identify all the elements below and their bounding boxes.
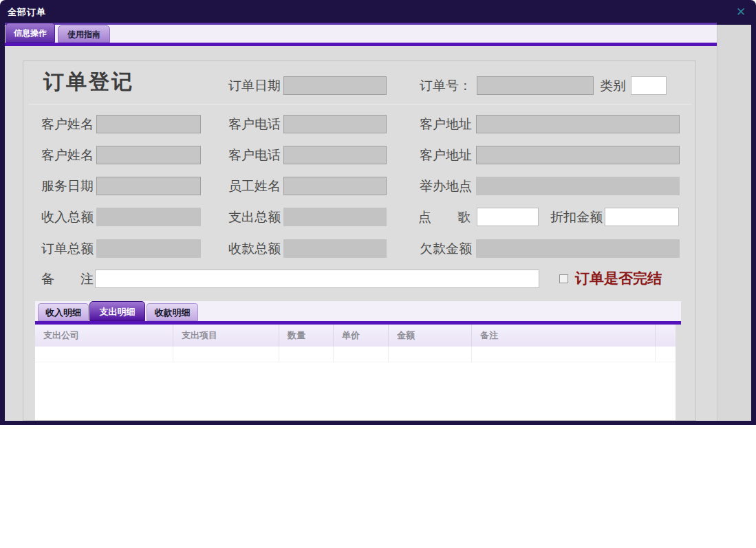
column-header-amount[interactable]: 金额 bbox=[389, 325, 472, 347]
staff-name-input bbox=[283, 177, 387, 195]
column-header-expense-company[interactable]: 支出公司 bbox=[35, 325, 173, 347]
customer-phone2-label: 客户电话 bbox=[228, 146, 281, 164]
debt-label: 欠款金额 bbox=[420, 239, 472, 258]
tab-payment-detail[interactable]: 收款明细 bbox=[147, 303, 198, 321]
column-header-expense-item[interactable]: 支出项目 bbox=[173, 325, 279, 347]
venue-input bbox=[476, 177, 680, 195]
income-total-label: 收入总额 bbox=[41, 208, 94, 226]
received-total-input bbox=[283, 239, 387, 258]
customer-name-input bbox=[96, 115, 201, 133]
table-row bbox=[35, 347, 676, 362]
order-complete-label: 订单是否完结 bbox=[575, 270, 662, 288]
customer-address-input bbox=[476, 115, 680, 133]
customer-address-label: 客户地址 bbox=[420, 115, 472, 133]
customer-phone-label: 客户电话 bbox=[228, 115, 281, 133]
category-input[interactable] bbox=[631, 76, 667, 95]
discount-input[interactable] bbox=[605, 208, 679, 226]
order-total-label: 订单总额 bbox=[41, 239, 94, 258]
close-icon[interactable]: ✕ bbox=[732, 4, 750, 21]
column-header-remark[interactable]: 备注 bbox=[472, 325, 656, 347]
order-complete-checkbox[interactable] bbox=[559, 274, 568, 283]
venue-label: 举办地点 bbox=[420, 177, 472, 195]
expense-table-header: 支出公司 支出项目 数量 单价 金额 备注 bbox=[35, 325, 676, 347]
tabstrip-underline bbox=[5, 43, 717, 46]
tab-expense-detail[interactable]: 支出明细 bbox=[89, 301, 145, 321]
customer-name2-input bbox=[96, 146, 201, 164]
customer-address2-label: 客户地址 bbox=[420, 146, 472, 164]
service-date-input bbox=[96, 177, 201, 195]
customer-phone-input bbox=[283, 115, 387, 133]
column-header-quantity[interactable]: 数量 bbox=[279, 325, 334, 347]
tab-info-operations[interactable]: 信息操作 bbox=[6, 23, 55, 43]
order-date-label: 订单日期 bbox=[228, 76, 281, 95]
customer-address2-input bbox=[476, 146, 680, 164]
expense-total-input bbox=[283, 208, 387, 226]
income-total-input bbox=[96, 208, 201, 226]
column-header-spacer bbox=[656, 325, 676, 347]
remark-input[interactable] bbox=[95, 270, 539, 288]
page-root: 全部订单 ✕ 信息操作 使用指南 订单登记 订单日期 订单号： 类别 客户姓名 … bbox=[0, 0, 756, 548]
staff-name-label: 员工姓名 bbox=[228, 177, 281, 195]
song-label: 点 歌 bbox=[418, 208, 471, 226]
title-separator bbox=[28, 104, 691, 105]
order-date-input bbox=[283, 76, 387, 95]
received-total-label: 收款总额 bbox=[228, 239, 281, 258]
order-total-input bbox=[96, 239, 201, 258]
window-title: 全部订单 bbox=[8, 6, 46, 19]
debt-input bbox=[476, 239, 680, 258]
tab-income-detail[interactable]: 收入明细 bbox=[38, 303, 89, 321]
form-title: 订单登记 bbox=[43, 68, 134, 96]
customer-phone2-input bbox=[283, 146, 387, 164]
category-label: 类别 bbox=[600, 76, 626, 95]
order-no-label: 订单号： bbox=[420, 76, 472, 95]
right-gutter bbox=[717, 25, 751, 421]
order-no-input bbox=[477, 76, 594, 95]
tab-user-guide[interactable]: 使用指南 bbox=[58, 25, 110, 43]
remark-label: 备 注 bbox=[41, 270, 94, 288]
main-tab-strip bbox=[5, 25, 717, 43]
song-input[interactable] bbox=[477, 208, 539, 226]
customer-name2-label: 客户姓名 bbox=[41, 146, 94, 164]
expense-total-label: 支出总额 bbox=[228, 208, 281, 226]
service-date-label: 服务日期 bbox=[41, 177, 94, 195]
column-header-unit-price[interactable]: 单价 bbox=[334, 325, 389, 347]
discount-label: 折扣金额 bbox=[550, 208, 603, 226]
customer-name-label: 客户姓名 bbox=[41, 115, 94, 133]
